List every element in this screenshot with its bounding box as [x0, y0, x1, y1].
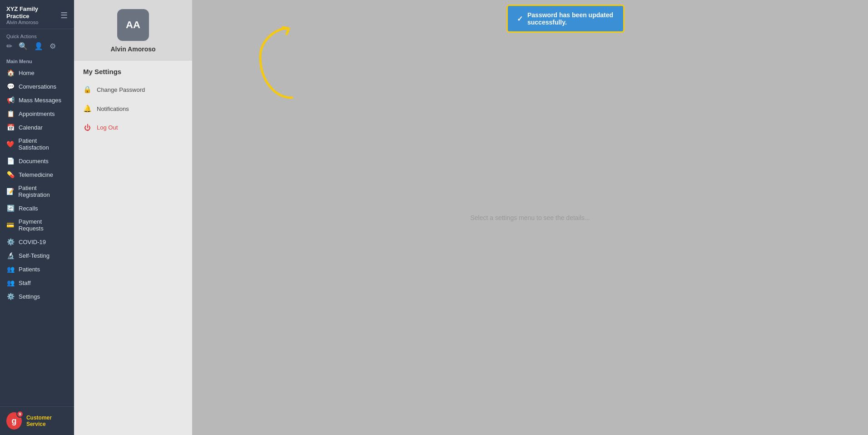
nav-self-testing-label: Self-Testing — [19, 252, 50, 259]
settings-panel: AA Alvin Amoroso My Settings 🔒 Change Pa… — [74, 0, 192, 435]
nav-settings-label: Settings — [19, 293, 40, 300]
mass-messages-icon: 📢 — [6, 96, 15, 104]
nav-telemedicine[interactable]: 💊 Telemedicine — [0, 168, 74, 181]
change-password-item[interactable]: 🔒 Change Password — [74, 80, 192, 99]
sidebar: XYZ Family Practice Alvin Amoroso ☰ Quic… — [0, 0, 74, 435]
payment-requests-icon: 💳 — [6, 221, 15, 229]
main-area: ✓ Password has been updated successfully… — [192, 0, 868, 435]
nav-telemedicine-label: Telemedicine — [19, 171, 53, 178]
nav-covid19[interactable]: ⚙️ COVID-19 — [0, 235, 74, 249]
placeholder-text: Select a settings menu to see the detail… — [470, 214, 590, 221]
logout-item[interactable]: ⏻ Log Out — [74, 118, 192, 137]
filter-icon[interactable]: ⚙ — [50, 42, 56, 50]
sidebar-username: Alvin Amoroso — [6, 20, 60, 25]
nav-documents[interactable]: 📄 Documents — [0, 154, 74, 168]
arrow-annotation — [251, 25, 306, 107]
change-password-label: Change Password — [97, 86, 145, 93]
toast-notification: ✓ Password has been updated successfully… — [506, 5, 625, 33]
nav-patients-label: Patients — [19, 266, 40, 273]
my-settings-title: My Settings — [74, 60, 192, 80]
nav-home-label: Home — [19, 70, 35, 76]
quick-actions-label: Quick Actions — [0, 29, 74, 42]
calendar-icon: 📅 — [6, 124, 15, 131]
sidebar-header: XYZ Family Practice Alvin Amoroso ☰ — [0, 0, 74, 29]
nav-patient-satisfaction[interactable]: ❤️ Patient Satisfaction — [0, 134, 74, 154]
power-icon: ⏻ — [83, 124, 91, 131]
covid19-icon: ⚙️ — [6, 238, 15, 245]
nav-patient-registration[interactable]: 📝 Patient Registration — [0, 181, 74, 201]
documents-icon: 📄 — [6, 157, 15, 165]
nav-documents-label: Documents — [19, 158, 49, 165]
nav-recalls[interactable]: 🔄 Recalls — [0, 201, 74, 215]
telemedicine-icon: 💊 — [6, 171, 15, 178]
brand-name: XYZ Family Practice — [6, 5, 60, 20]
staff-icon: 👥 — [6, 279, 15, 286]
recalls-icon: 🔄 — [6, 205, 15, 212]
hamburger-menu[interactable]: ☰ — [60, 10, 68, 20]
nav-recalls-label: Recalls — [19, 205, 38, 212]
nav-appointments-label: Appointments — [19, 110, 55, 117]
nav-patients[interactable]: 👥 Patients — [0, 262, 74, 276]
toast-check-icon: ✓ — [517, 15, 523, 23]
home-icon: 🏠 — [6, 69, 15, 76]
nav-patient-satisfaction-label: Patient Satisfaction — [19, 137, 68, 151]
toast-message: Password has been updated successfully. — [527, 11, 614, 26]
conversations-icon: 💬 — [6, 83, 15, 90]
patient-registration-icon: 📝 — [6, 188, 14, 195]
nav-staff[interactable]: 👥 Staff — [0, 276, 74, 290]
notifications-label: Notifications — [97, 105, 129, 112]
nav-payment-requests-label: Payment Requests — [19, 218, 68, 232]
nav-payment-requests[interactable]: 💳 Payment Requests — [0, 215, 74, 235]
nav-conversations-label: Conversations — [19, 83, 56, 90]
quick-actions-row: ✏ 🔍 👤 ⚙ — [0, 42, 74, 55]
settings-icon: ⚙️ — [6, 293, 15, 300]
search-icon[interactable]: 🔍 — [19, 42, 28, 50]
logout-label: Log Out — [97, 124, 118, 131]
nav-mass-messages-label: Mass Messages — [19, 97, 61, 104]
notifications-icon: 🔔 — [83, 105, 91, 113]
compose-icon[interactable]: ✏ — [6, 42, 12, 50]
self-testing-icon: 🔬 — [6, 252, 15, 259]
person-add-icon[interactable]: 👤 — [34, 42, 43, 50]
avatar: AA — [117, 9, 149, 41]
user-name: Alvin Amoroso — [110, 45, 155, 53]
nav-calendar-label: Calendar — [19, 124, 43, 131]
appointments-icon: 📋 — [6, 110, 15, 117]
nav-staff-label: Staff — [19, 280, 31, 286]
nav-conversations[interactable]: 💬 Conversations — [0, 80, 74, 93]
customer-service-footer[interactable]: g 9 Customer Service — [0, 406, 74, 435]
nav-self-testing[interactable]: 🔬 Self-Testing — [0, 249, 74, 262]
lock-icon: 🔒 — [83, 85, 91, 94]
customer-service-badge: g 9 — [6, 412, 22, 430]
customer-service-label: Customer Service — [26, 415, 68, 427]
notifications-item[interactable]: 🔔 Notifications — [74, 99, 192, 118]
badge-count: 9 — [16, 410, 24, 418]
nav-covid19-label: COVID-19 — [19, 239, 46, 245]
content-area: ✓ Password has been updated successfully… — [192, 0, 868, 435]
main-menu-label: Main Menu — [0, 55, 74, 66]
nav-appointments[interactable]: 📋 Appointments — [0, 107, 74, 120]
patient-satisfaction-icon: ❤️ — [6, 140, 15, 148]
nav-calendar[interactable]: 📅 Calendar — [0, 120, 74, 134]
nav-settings[interactable]: ⚙️ Settings — [0, 290, 74, 303]
patients-icon: 👥 — [6, 265, 15, 273]
sidebar-brand: XYZ Family Practice Alvin Amoroso — [6, 5, 60, 25]
nav-patient-registration-label: Patient Registration — [18, 185, 68, 198]
nav-home[interactable]: 🏠 Home — [0, 66, 74, 80]
nav-mass-messages[interactable]: 📢 Mass Messages — [0, 93, 74, 107]
user-card: AA Alvin Amoroso — [74, 0, 192, 60]
